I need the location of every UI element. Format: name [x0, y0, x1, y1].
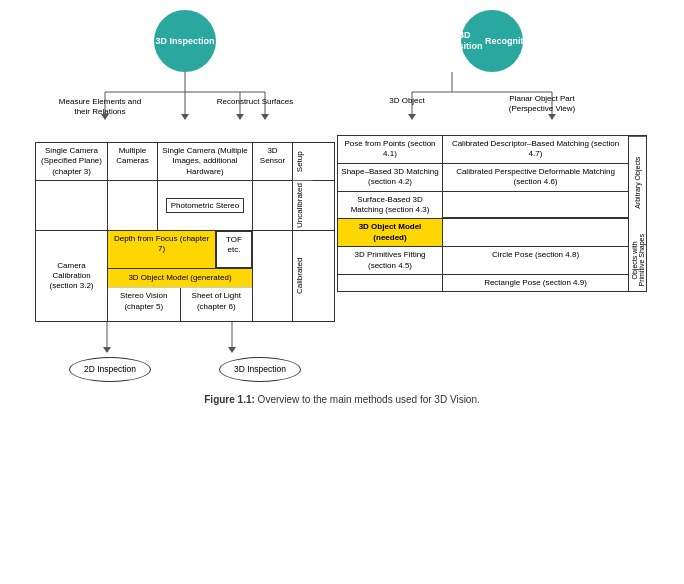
tof-cell: TOF etc. — [216, 231, 252, 268]
surface-based-cell: Surface-Based 3D Matching (section 4.3) — [338, 192, 443, 219]
svg-marker-13 — [228, 347, 236, 353]
col-header-single-camera-multi: Single Camera (Multiple Images, addition… — [158, 143, 253, 180]
svg-marker-19 — [548, 114, 556, 120]
stereo-vision-label: Stereo Vision (chapter 5) — [108, 288, 181, 321]
pose-from-points-cell: Pose from Points (section 4.1) — [338, 136, 443, 163]
camera-calibration-label: Camera Calibration (section 3.2) — [39, 261, 104, 292]
svg-marker-11 — [103, 347, 111, 353]
circle-pose-cell: Circle Pose (section 4.8) — [443, 247, 628, 274]
right-branch-label-1: 3D Object — [372, 96, 442, 106]
side-label-arbitrary: Arbitrary Objects — [629, 136, 646, 229]
object-model-generated-label: 3D Object Model (generated) — [108, 269, 252, 288]
side-label-primitive-shapes: Objects with Primitive Shapes — [629, 229, 646, 292]
calibrated-perspective-cell: Calibrated Perspective Deformable Matchi… — [443, 164, 628, 191]
primitives-fitting-cell: 3D Primitives Fitting (section 4.5) — [338, 247, 443, 274]
depth-from-focus-cell: Depth from Focus (chapter 7) — [108, 231, 216, 268]
left-circle: 3D Inspection — [154, 10, 216, 72]
right-circle: 3D Position Recognition — [461, 10, 523, 72]
side-label-setup: Setup — [293, 143, 313, 180]
side-label-calibrated: Calibrated — [293, 231, 313, 321]
shape-based-cell: Shape–Based 3D Matching (section 4.2) — [338, 164, 443, 191]
col-header-multiple-cameras: Multiple Cameras — [108, 143, 158, 180]
svg-marker-18 — [408, 114, 416, 120]
oval-3d-inspection: 3D Inspection — [219, 357, 301, 382]
left-branch-label-1: Measure Elements and their Relations — [55, 97, 145, 116]
right-branch-label-2: Planar Object Part (Perspective View) — [497, 94, 587, 113]
side-label-uncalibrated: Uncalibrated — [293, 181, 313, 230]
calibrated-descriptor-cell: Calibrated Descriptor–Based Matching (se… — [443, 136, 628, 163]
svg-marker-9 — [261, 114, 269, 120]
svg-marker-7 — [181, 114, 189, 120]
left-branch-label-2: Reconstruct Surfaces — [210, 97, 300, 107]
figure-caption: Figure 1.1: Overview to the main methods… — [5, 394, 679, 405]
object-model-needed-cell: 3D Object Model (needed) — [338, 219, 443, 246]
svg-marker-8 — [236, 114, 244, 120]
sheet-of-light-label: Sheet of Light (chapter 6) — [181, 288, 253, 321]
left-bottom-connectors — [35, 322, 335, 357]
col-header-3d-sensor: 3D Sensor — [253, 143, 293, 180]
col-header-single-camera: Single Camera (Specified Plane) (chapter… — [36, 143, 108, 180]
oval-2d-inspection: 2D Inspection — [69, 357, 151, 382]
photometric-stereo-box: Photometric Stereo — [166, 198, 244, 213]
rectangle-pose-cell: Rectangle Pose (section 4.9) — [443, 275, 628, 291]
